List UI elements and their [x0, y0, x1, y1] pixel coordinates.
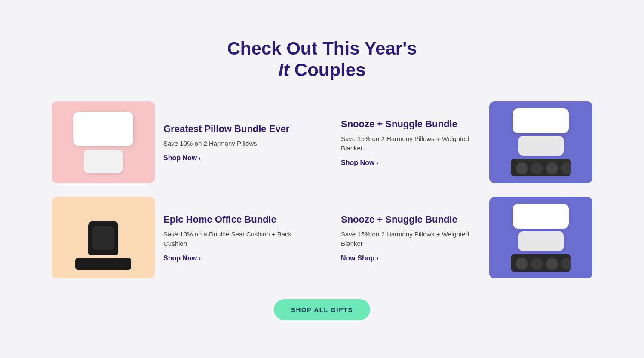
bundle-info-home-office: Epic Home Office Bundle Save 10% on a Do… [155, 197, 312, 278]
page-title: Check Out This Year's It Couples [52, 38, 592, 81]
page-header: Check Out This Year's It Couples [52, 38, 592, 81]
shop-now-link-home-office[interactable]: Shop Now › [163, 254, 303, 262]
pillow-white-large [513, 204, 569, 229]
bundle-info-snooze-2: Snooze + Snuggle Bundle Save 15% on 2 Ha… [332, 197, 489, 278]
bundle-image-pink-pillows [52, 101, 155, 183]
chevron-right-icon: › [376, 159, 378, 166]
bundle-image-purple-1 [489, 101, 592, 183]
bundle-card-snooze-1: Snooze + Snuggle Bundle Save 15% on 2 Ha… [332, 101, 592, 183]
bundles-grid: Greatest Pillow Bundle Ever Save 10% on … [52, 101, 592, 278]
bundle-card-greatest-pillow: Greatest Pillow Bundle Ever Save 10% on … [52, 101, 312, 183]
bundle-title: Snooze + Snuggle Bundle [341, 214, 481, 226]
bundle-desc: Save 15% on 2 Harmony Pillows + Weighted… [341, 229, 481, 248]
shop-now-text: Shop Now [163, 254, 197, 262]
pillow-small [84, 150, 123, 173]
page-title-couples: Couples [289, 60, 365, 80]
bundle-card-snooze-2: Snooze + Snuggle Bundle Save 15% on 2 Ha… [332, 197, 592, 278]
blanket [511, 159, 571, 176]
shop-all-gifts-button[interactable]: SHOP ALL GIFTS [274, 299, 370, 320]
pillows-pink [64, 103, 142, 182]
bundle-desc: Save 15% on 2 Harmony Pillows + Weighted… [341, 134, 481, 153]
bundle-info-snooze-1: Snooze + Snuggle Bundle Save 15% on 2 Ha… [332, 101, 489, 183]
chevron-right-icon: › [199, 255, 201, 262]
bundle-desc: Save 10% on a Double Seat Cushion + Back… [163, 229, 303, 248]
pillow-white-small [518, 231, 564, 251]
pillows-purple [489, 101, 592, 183]
bundle-title: Greatest Pillow Bundle Ever [163, 123, 289, 135]
pillow-white-small [518, 136, 564, 156]
shop-now-text: Shop Now [163, 154, 197, 162]
bundle-image-purple-2 [489, 197, 592, 278]
bundle-title: Epic Home Office Bundle [163, 214, 303, 226]
bundle-image-peach [52, 197, 155, 278]
bundle-title: Snooze + Snuggle Bundle [341, 118, 481, 130]
page-title-italic: It [278, 60, 289, 80]
shop-now-link-greatest-pillow[interactable]: Shop Now › [163, 154, 289, 162]
blanket-2 [511, 254, 571, 272]
shop-all-wrapper: SHOP ALL GIFTS [52, 299, 592, 320]
page-wrapper: Check Out This Year's It Couples Greates… [0, 12, 644, 346]
bundle-desc: Save 10% on 2 Harmony Pillows [163, 139, 289, 148]
pillow-white-large [513, 108, 569, 133]
chevron-right-icon: › [199, 155, 201, 162]
office-cushions [52, 197, 155, 278]
bundle-card-home-office: Epic Home Office Bundle Save 10% on a Do… [52, 197, 312, 278]
shop-now-text: Shop Now [341, 159, 374, 167]
pillows-purple-2 [489, 197, 592, 278]
now-shop-text: Now Shop [341, 254, 374, 262]
pillow-large [73, 112, 133, 146]
shop-now-link-snooze-1[interactable]: Shop Now › [341, 159, 481, 167]
back-cushion-wrapper [88, 221, 118, 255]
page-title-line1: Check Out This Year's [227, 38, 417, 58]
chevron-right-icon: › [376, 254, 378, 262]
bundle-info-greatest-pillow: Greatest Pillow Bundle Ever Save 10% on … [155, 101, 298, 183]
seat-cushion [75, 258, 131, 270]
back-cushion [88, 221, 118, 255]
now-shop-link-snooze-2[interactable]: Now Shop › [341, 254, 481, 262]
